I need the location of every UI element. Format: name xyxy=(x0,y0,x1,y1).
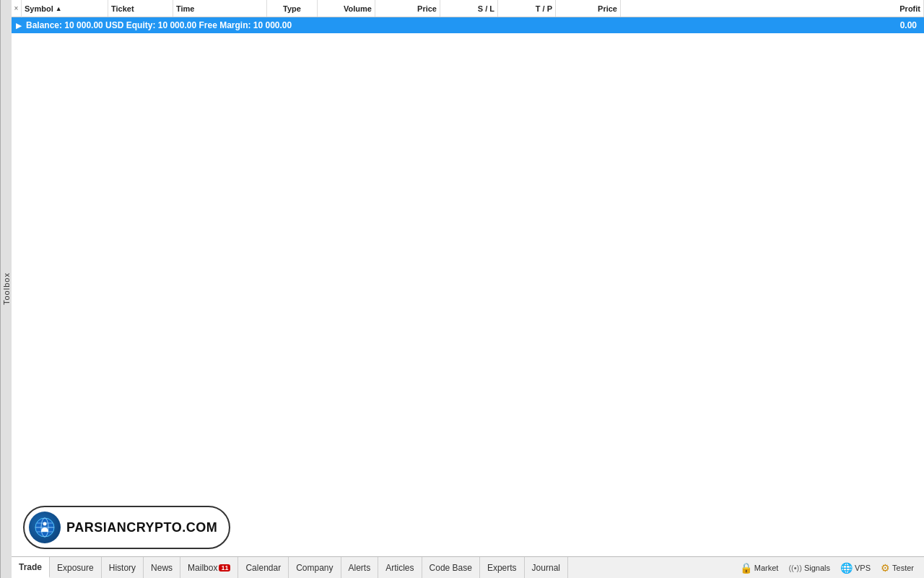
tab-company[interactable]: Company xyxy=(289,557,341,578)
col-ticket[interactable]: Ticket xyxy=(108,0,173,17)
table-header: × Symbol ▲ Ticket Time Type Volume Price xyxy=(12,0,924,17)
col-type[interactable]: Type xyxy=(267,0,318,17)
main-content: × Symbol ▲ Ticket Time Type Volume Price xyxy=(12,0,924,578)
expand-arrow-icon: ▶ xyxy=(16,22,22,30)
market-icon: 🔒 xyxy=(740,562,752,574)
tab-trade[interactable]: Trade xyxy=(12,557,50,578)
tab-news[interactable]: News xyxy=(144,557,180,578)
trade-content-area xyxy=(12,33,924,499)
col-price2[interactable]: Price xyxy=(556,0,621,17)
col-tp[interactable]: T / P xyxy=(498,0,556,17)
market-status[interactable]: 🔒 Market xyxy=(736,562,783,574)
balance-text: Balance: 10 000.00 USD Equity: 10 000.00… xyxy=(26,20,862,30)
balance-row[interactable]: ▶ Balance: 10 000.00 USD Equity: 10 000.… xyxy=(12,17,924,33)
close-button[interactable]: × xyxy=(12,0,22,17)
column-headers: Symbol ▲ Ticket Time Type Volume Price S… xyxy=(22,0,924,17)
sort-arrow-icon: ▲ xyxy=(56,5,62,12)
tab-articles[interactable]: Articles xyxy=(378,557,422,578)
logo-icon xyxy=(29,512,61,543)
tester-label: Tester xyxy=(892,564,914,572)
vps-status[interactable]: 🌐 VPS xyxy=(836,562,875,574)
logo-container: PARSIANCRYPTO.COM xyxy=(23,506,230,549)
balance-profit: 0.00 xyxy=(862,20,920,30)
watermark-area: PARSIANCRYPTO.COM xyxy=(12,499,924,556)
col-symbol[interactable]: Symbol ▲ xyxy=(22,0,108,17)
col-time[interactable]: Time xyxy=(173,0,267,17)
tab-calendar[interactable]: Calendar xyxy=(238,557,289,578)
mailbox-badge: 11 xyxy=(219,564,230,571)
col-volume[interactable]: Volume xyxy=(318,0,375,17)
tab-codebase[interactable]: Code Base xyxy=(422,557,480,578)
vps-label: VPS xyxy=(855,564,871,572)
signals-icon: ((•)) xyxy=(788,564,802,572)
tester-status[interactable]: ⚙ Tester xyxy=(876,562,918,574)
tab-journal[interactable]: Journal xyxy=(525,557,568,578)
col-price[interactable]: Price xyxy=(375,0,440,17)
svg-point-6 xyxy=(43,522,47,526)
signals-label: Signals xyxy=(804,564,830,572)
toolbox-sidebar: Toolbox xyxy=(0,0,12,578)
logo-text: PARSIANCRYPTO.COM xyxy=(66,520,217,535)
toolbox-label: Toolbox xyxy=(2,273,11,306)
market-label: Market xyxy=(754,564,779,572)
tab-alerts[interactable]: Alerts xyxy=(341,557,379,578)
bottom-tabs: Trade Exposure History News Mailbox 11 C… xyxy=(12,556,924,578)
col-profit[interactable]: Profit xyxy=(621,0,924,17)
status-icons: 🔒 Market ((•)) Signals 🌐 VPS ⚙ Tester xyxy=(736,557,924,578)
tab-exposure[interactable]: Exposure xyxy=(50,557,102,578)
tab-history[interactable]: History xyxy=(102,557,144,578)
col-sl[interactable]: S / L xyxy=(440,0,498,17)
tester-icon: ⚙ xyxy=(881,562,890,574)
vps-icon: 🌐 xyxy=(840,562,853,574)
signals-status[interactable]: ((•)) Signals xyxy=(784,564,834,572)
tab-experts[interactable]: Experts xyxy=(480,557,525,578)
tab-mailbox[interactable]: Mailbox 11 xyxy=(180,557,238,578)
